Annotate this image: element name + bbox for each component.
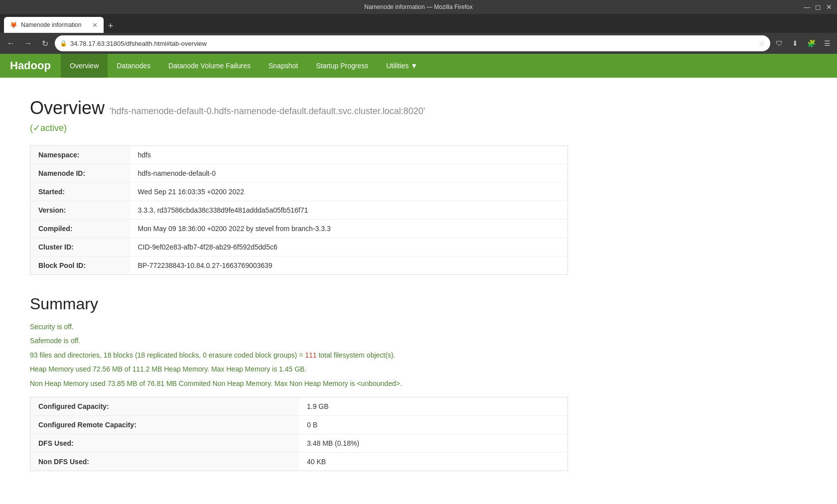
row-label: Non DFS Used:: [30, 452, 299, 471]
summary-line-files: 93 files and directories, 18 blocks (18 …: [30, 350, 568, 361]
summary-table: Configured Capacity:1.9 GBConfigured Rem…: [30, 397, 568, 471]
nav-item-startup-progress[interactable]: Startup Progress: [307, 54, 377, 78]
url-display: 34.78.17.63:31805/dfshealth.html#tab-ove…: [70, 40, 756, 47]
row-value: hdfs-namenode-default-0: [130, 164, 568, 183]
address-bar[interactable]: 🔒 34.78.17.63:31805/dfshealth.html#tab-o…: [55, 35, 770, 51]
table-row: Namenode ID:hdfs-namenode-default-0: [30, 164, 568, 183]
app-nav: Hadoop Overview Datanodes Datanode Volum…: [0, 54, 837, 78]
window-title: Namenode information — Mozilla Firefox: [364, 3, 472, 10]
minimize-button[interactable]: —: [803, 3, 811, 11]
table-row: Block Pool ID:BP-772238843-10.84.0.27-16…: [30, 256, 568, 275]
total-objects-highlight: 111: [305, 351, 316, 359]
active-status: (✓active): [30, 123, 67, 133]
row-value: Mon May 09 18:36:00 +0200 2022 by stevel…: [130, 220, 568, 238]
nav-item-snapshot[interactable]: Snapshot: [260, 54, 307, 78]
row-value: Wed Sep 21 16:03:35 +0200 2022: [130, 183, 568, 201]
nav-item-utilities[interactable]: Utilities ▼: [377, 54, 426, 78]
overview-host: 'hdfs-namenode-default-0.hdfs-namenode-d…: [110, 106, 425, 117]
row-value: 3.48 MB (0.18%): [299, 434, 568, 452]
overview-title: Overview: [30, 98, 105, 119]
row-value: 3.3.3, rd37586cbda38c338d9fe481addda5a05…: [130, 201, 568, 220]
row-label: Compiled:: [30, 220, 130, 238]
toolbar-right: 🛡 ⬇ 🧩 ☰: [773, 37, 833, 49]
table-row: Configured Capacity:1.9 GB: [30, 397, 568, 415]
row-value: 40 KB: [299, 452, 568, 471]
table-row: Configured Remote Capacity:0 B: [30, 415, 568, 434]
back-button[interactable]: ←: [4, 36, 18, 50]
app-brand: Hadoop: [0, 59, 61, 72]
forward-button[interactable]: →: [21, 36, 35, 50]
summary-line-heap: Heap Memory used 72.56 MB of 111.2 MB He…: [30, 364, 568, 375]
main-content: Overview 'hdfs-namenode-default-0.hdfs-n…: [0, 78, 598, 491]
overview-heading: Overview 'hdfs-namenode-default-0.hdfs-n…: [30, 98, 568, 119]
row-value: CID-9ef02e83-afb7-4f28-ab29-6f592d5dd5c6: [130, 238, 568, 256]
row-value: 1.9 GB: [299, 397, 568, 415]
browser-tab[interactable]: 🦊 Namenode information ✕: [4, 17, 104, 33]
row-label: Version:: [30, 201, 130, 220]
row-label: Started:: [30, 183, 130, 201]
table-row: Compiled:Mon May 09 18:36:00 +0200 2022 …: [30, 220, 568, 238]
nav-bar: ← → ↻ 🔒 34.78.17.63:31805/dfshealth.html…: [0, 33, 837, 54]
window-controls: — ◻ ✕: [803, 3, 833, 11]
row-value: BP-772238843-10.84.0.27-1663769003639: [130, 256, 568, 275]
row-label: Namenode ID:: [30, 164, 130, 183]
new-tab-button[interactable]: +: [104, 19, 118, 33]
close-button[interactable]: ✕: [825, 3, 833, 11]
nav-item-datanode-volume-failures[interactable]: Datanode Volume Failures: [159, 54, 260, 78]
title-bar: Namenode information — Mozilla Firefox —…: [0, 0, 837, 14]
table-row: DFS Used:3.48 MB (0.18%): [30, 434, 568, 452]
row-value: hdfs: [130, 146, 568, 164]
bookmark-button[interactable]: ☆: [759, 39, 765, 47]
maximize-button[interactable]: ◻: [814, 3, 822, 11]
summary-line-nonheap: Non Heap Memory used 73.85 MB of 76.81 M…: [30, 378, 568, 389]
dropdown-chevron-icon: ▼: [411, 62, 418, 70]
row-label: Namespace:: [30, 146, 130, 164]
row-label: Block Pool ID:: [30, 256, 130, 275]
table-row: Cluster ID:CID-9ef02e83-afb7-4f28-ab29-6…: [30, 238, 568, 256]
row-label: DFS Used:: [30, 434, 299, 452]
summary-line-security: Security is off.: [30, 321, 568, 332]
app-nav-items: Overview Datanodes Datanode Volume Failu…: [61, 54, 426, 78]
summary-line-safemode: Safemode is off.: [30, 335, 568, 346]
browser-chrome: Namenode information — Mozilla Firefox —…: [0, 0, 837, 54]
row-label: Cluster ID:: [30, 238, 130, 256]
menu-button[interactable]: ☰: [821, 37, 833, 49]
security-icon: 🔒: [60, 40, 67, 47]
row-label: Configured Remote Capacity:: [30, 415, 299, 434]
table-row: Started:Wed Sep 21 16:03:35 +0200 2022: [30, 183, 568, 201]
tab-bar: 🦊 Namenode information ✕ +: [0, 14, 837, 33]
summary-title: Summary: [30, 295, 568, 313]
nav-item-datanodes[interactable]: Datanodes: [108, 54, 159, 78]
table-row: Non DFS Used:40 KB: [30, 452, 568, 471]
row-label: Configured Capacity:: [30, 397, 299, 415]
overview-status: (✓active): [30, 123, 568, 133]
nav-item-overview[interactable]: Overview: [61, 54, 108, 78]
table-row: Version:3.3.3, rd37586cbda38c338d9fe481a…: [30, 201, 568, 220]
tab-label: Namenode information: [21, 21, 81, 28]
table-row: Namespace:hdfs: [30, 146, 568, 164]
extension-icon[interactable]: 🧩: [805, 37, 817, 49]
tab-favicon: 🦊: [10, 21, 17, 28]
shield-icon[interactable]: 🛡: [773, 37, 785, 49]
summary-lines: Security is off. Safemode is off. 93 fil…: [30, 321, 568, 389]
info-table: Namespace:hdfsNamenode ID:hdfs-namenode-…: [30, 145, 568, 275]
refresh-button[interactable]: ↻: [38, 36, 52, 50]
download-icon[interactable]: ⬇: [789, 37, 801, 49]
row-value: 0 B: [299, 415, 568, 434]
tab-close-button[interactable]: ✕: [92, 21, 98, 29]
